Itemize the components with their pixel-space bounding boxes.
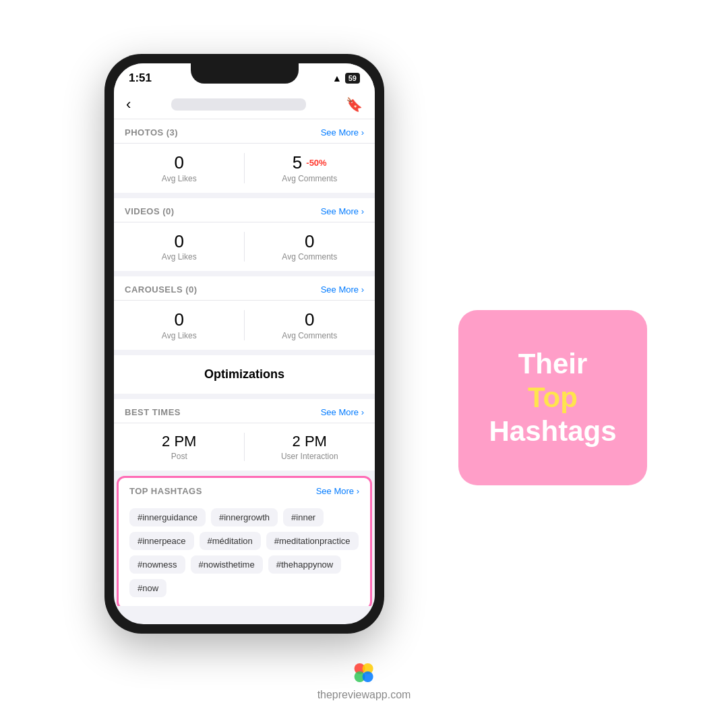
phone-screen: 1:51 ▲ 59 ‹ 🔖 PH — [114, 63, 375, 624]
carousels-avg-comments-label: Avg Comments — [282, 331, 337, 340]
hashtags-section: TOP HASHTAGS See More #innerguidance#inn… — [117, 476, 372, 606]
carousels-see-more[interactable]: See More — [321, 284, 364, 295]
carousels-avg-likes-label: Avg Likes — [162, 331, 197, 340]
videos-avg-comments-cell: 0 Avg Comments — [245, 222, 375, 272]
label-line-top: Top — [528, 382, 578, 413]
hashtags-title: TOP HASHTAGS — [129, 486, 202, 496]
back-button[interactable]: ‹ — [126, 96, 131, 113]
hashtag-pill[interactable]: #méditation — [200, 532, 261, 550]
hashtags-see-more[interactable]: See More — [316, 486, 359, 496]
status-time: 1:51 — [129, 71, 152, 85]
hashtag-pill[interactable]: #meditationpractice — [266, 532, 359, 550]
hashtag-pill[interactable]: #innerguidance — [129, 508, 206, 526]
videos-avg-likes-value: 0 — [175, 232, 184, 251]
ticket-cutout — [647, 384, 674, 411]
videos-section: VIDEOS (0) See More 0 Avg Likes 0 Avg Co… — [114, 198, 375, 272]
hashtag-pill[interactable]: #nowness — [129, 555, 185, 574]
label-line-their: Their — [518, 348, 588, 380]
best-times-header: BEST TIMES See More — [114, 399, 375, 423]
photos-stats-row: 0 Avg Likes 5 -50% Avg Comments — [114, 143, 375, 193]
photos-avg-comments-label: Avg Comments — [282, 174, 337, 183]
optimizations-title: Optimizations — [204, 367, 284, 381]
footer-url: thepreviewapp.com — [317, 689, 411, 701]
photos-avg-likes-value: 0 — [175, 153, 184, 173]
videos-avg-likes-label: Avg Likes — [162, 252, 197, 262]
photos-see-more[interactable]: See More — [321, 127, 364, 138]
hashtag-pill[interactable]: #innergrowth — [211, 508, 278, 526]
best-times-interaction-value: 2 PM — [293, 433, 327, 450]
hashtag-pill[interactable]: #thehappynow — [268, 555, 342, 574]
carousels-stats-row: 0 Avg Likes 0 Avg Comments — [114, 300, 375, 350]
videos-avg-comments-value: 0 — [305, 232, 314, 251]
bookmark-button[interactable]: 🔖 — [346, 96, 363, 113]
best-times-interaction-cell: 2 PM User Interaction — [245, 423, 375, 471]
battery-badge: 59 — [345, 73, 360, 84]
hashtag-pill[interactable]: #inner — [283, 508, 324, 526]
hashtag-pill[interactable]: #nowisthetime — [191, 555, 263, 574]
best-times-section: BEST TIMES See More 2 PM Post 2 PM User … — [114, 399, 375, 471]
photos-header: PHOTOS (3) See More — [114, 119, 375, 143]
photos-avg-comments-badge: -50% — [306, 158, 326, 168]
hashtag-pill[interactable]: #innerpeace — [129, 532, 194, 550]
videos-title: VIDEOS (0) — [125, 206, 175, 216]
nav-bar: ‹ 🔖 — [114, 90, 375, 119]
best-times-post-label: Post — [171, 452, 187, 461]
footer: thepreviewapp.com — [317, 661, 411, 701]
best-times-title: BEST TIMES — [125, 407, 181, 417]
videos-header: VIDEOS (0) See More — [114, 198, 375, 222]
wifi-icon: ▲ — [332, 73, 342, 84]
videos-avg-likes-cell: 0 Avg Likes — [114, 222, 245, 272]
hashtag-pill[interactable]: #now — [129, 579, 166, 597]
label-card-container: Their Top Hashtags — [458, 310, 674, 485]
phone-wrapper: 1:51 ▲ 59 ‹ 🔖 PH — [104, 54, 384, 634]
videos-avg-comments-label: Avg Comments — [282, 252, 337, 262]
carousels-avg-comments-value: 0 — [305, 310, 314, 330]
username-bar — [171, 98, 306, 111]
status-icons: ▲ 59 — [332, 73, 360, 84]
best-times-post-cell: 2 PM Post — [114, 423, 245, 471]
photos-avg-likes-cell: 0 Avg Likes — [114, 144, 245, 193]
best-times-stats-row: 2 PM Post 2 PM User Interaction — [114, 423, 375, 471]
photos-avg-likes-label: Avg Likes — [162, 174, 197, 183]
carousels-section: CAROUSELS (0) See More 0 Avg Likes 0 Avg… — [114, 276, 375, 350]
carousels-header: CAROUSELS (0) See More — [114, 276, 375, 300]
svg-point-3 — [363, 671, 373, 682]
carousels-avg-likes-value: 0 — [175, 310, 184, 330]
label-line-hashtags: Hashtags — [489, 416, 616, 447]
carousels-avg-likes-cell: 0 Avg Likes — [114, 301, 245, 350]
carousels-title: CAROUSELS (0) — [125, 284, 198, 295]
phone-notch — [191, 63, 299, 84]
photos-avg-comments-value: 5 — [293, 153, 302, 173]
photos-avg-comments-inline: 5 -50% — [293, 153, 327, 173]
page-container: 1:51 ▲ 59 ‹ 🔖 PH — [0, 0, 728, 728]
photos-avg-comments-cell: 5 -50% Avg Comments — [245, 144, 375, 193]
hashtags-grid: #innerguidance#innergrowth#inner#innerpe… — [119, 502, 370, 606]
photos-title: PHOTOS (3) — [125, 127, 178, 138]
hashtags-header: TOP HASHTAGS See More — [119, 478, 370, 502]
videos-stats-row: 0 Avg Likes 0 Avg Comments — [114, 222, 375, 272]
videos-see-more[interactable]: See More — [321, 206, 364, 216]
content-area[interactable]: PHOTOS (3) See More 0 Avg Likes 5 — [114, 119, 375, 606]
photos-section: PHOTOS (3) See More 0 Avg Likes 5 — [114, 119, 375, 193]
carousels-avg-comments-cell: 0 Avg Comments — [245, 301, 375, 350]
best-times-interaction-label: User Interaction — [281, 452, 338, 461]
best-times-post-value: 2 PM — [162, 433, 196, 450]
ticket-body: Their Top Hashtags — [458, 310, 647, 485]
footer-logo — [352, 661, 376, 685]
optimizations-section: Optimizations — [114, 355, 375, 394]
best-times-see-more[interactable]: See More — [321, 407, 364, 417]
phone-frame: 1:51 ▲ 59 ‹ 🔖 PH — [104, 54, 384, 634]
